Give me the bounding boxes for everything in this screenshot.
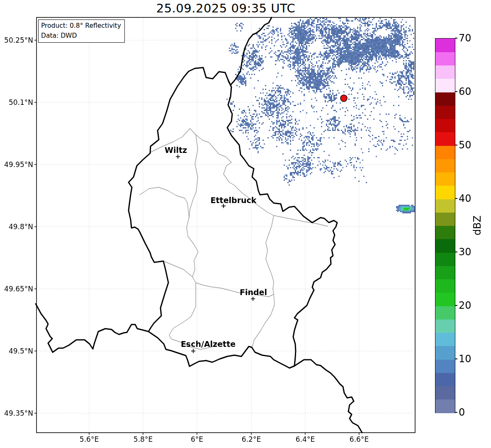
colorbar-segment xyxy=(435,293,455,306)
y-tick-label: 50.1°N xyxy=(2,98,33,107)
colorbar-segment xyxy=(435,333,455,346)
city-label-eschalzette: Esch/Alzette xyxy=(175,339,241,349)
colorbar-segment xyxy=(435,65,455,79)
colorbar-tick-label: 20 xyxy=(459,299,472,312)
x-tick-label: 6°E xyxy=(180,435,214,443)
colorbar-segment xyxy=(435,279,455,293)
colorbar-segment xyxy=(435,400,455,413)
colorbar-segment xyxy=(435,172,455,186)
y-tick-label: 49.8°N xyxy=(2,223,33,231)
colorbar-tick-label: 10 xyxy=(459,353,472,365)
colorbar-segment xyxy=(435,373,455,386)
colorbar-segment xyxy=(435,79,455,92)
neighbor-country-border xyxy=(294,360,362,433)
y-tick-label: 49.95°N xyxy=(2,160,33,169)
colorbar-tick xyxy=(455,91,457,92)
colorbar-segment xyxy=(435,266,455,279)
y-tick-label: 49.65°N xyxy=(2,285,33,293)
colorbar-segment xyxy=(435,199,455,213)
product-info-box: Product: 0.8° Reflectivity Data: DWD xyxy=(38,19,125,43)
radar-site-dot xyxy=(340,95,347,102)
x-tick-label: 5.8°E xyxy=(126,435,160,443)
colorbar-tick-label: 30 xyxy=(459,246,472,258)
city-marker xyxy=(176,155,180,159)
colorbar-segment xyxy=(435,346,455,360)
colorbar-segment xyxy=(435,119,455,133)
colorbar-tick xyxy=(455,198,457,199)
district-border xyxy=(266,216,274,294)
colorbar-tick-label: 60 xyxy=(459,85,472,98)
city-marker xyxy=(191,349,195,353)
colorbar-segment xyxy=(435,252,455,266)
district-border xyxy=(140,187,189,218)
colorbar-tick xyxy=(455,145,457,145)
colorbar-segment xyxy=(435,386,455,400)
product-info-line1: Product: 0.8° Reflectivity xyxy=(41,21,121,31)
map-area xyxy=(0,0,491,448)
city-marker xyxy=(251,297,255,301)
city-label-wiltz: Wiltz xyxy=(143,145,209,155)
colorbar-tick xyxy=(455,412,457,413)
colorbar-segment xyxy=(435,105,455,119)
product-info-line2: Data: DWD xyxy=(41,31,121,41)
city-label-ettelbruck: Ettelbruck xyxy=(200,196,267,205)
colorbar-segment xyxy=(435,39,455,52)
colorbar-tick-label: 70 xyxy=(459,32,472,44)
y-tick-label: 50.25°N xyxy=(2,36,33,44)
district-border xyxy=(187,218,274,297)
colorbar-tick xyxy=(455,305,457,306)
colorbar-segment xyxy=(435,186,455,199)
colorbar-segment xyxy=(435,145,455,159)
colorbar-tick-label: 40 xyxy=(459,192,472,205)
district-border xyxy=(252,294,275,347)
y-tick-label: 49.35°N xyxy=(2,409,33,417)
colorbar-segment xyxy=(435,226,455,240)
luxembourg-border xyxy=(129,68,337,368)
x-tick-label: 5.6°E xyxy=(73,435,106,443)
colorbar-segment xyxy=(435,359,455,373)
colorbar-tick xyxy=(455,252,457,252)
borders-layer xyxy=(0,0,491,448)
colorbar-segment xyxy=(435,319,455,333)
district-border xyxy=(224,162,231,174)
colorbar-segment xyxy=(435,92,455,106)
district-border xyxy=(163,261,192,277)
colorbar-unit-label: dBZ xyxy=(471,219,484,232)
city-label-findel: Findel xyxy=(220,288,287,297)
colorbar-segment xyxy=(435,132,455,146)
colorbar-tick xyxy=(455,38,457,39)
colorbar-segment xyxy=(435,159,455,172)
colorbar-segment xyxy=(435,306,455,320)
neighbor-country-border xyxy=(36,304,148,352)
plot-frame xyxy=(36,17,415,433)
x-tick-label: 6.4°E xyxy=(289,435,322,443)
colorbar xyxy=(435,38,455,413)
x-tick-label: 6.2°E xyxy=(235,435,268,443)
radar-map-page: { "title": "25.09.2025 09:35 UTC", "info… xyxy=(0,0,491,448)
colorbar-tick xyxy=(455,358,457,359)
colorbar-segment xyxy=(435,239,455,253)
neighbor-country-border xyxy=(228,17,272,85)
colorbar-tick-label: 50 xyxy=(459,139,472,151)
colorbar-segment xyxy=(435,52,455,65)
colorbar-tick-label: 0 xyxy=(459,406,465,419)
colorbar-segment xyxy=(435,212,455,226)
x-tick-label: 6.6°E xyxy=(343,435,376,443)
y-tick-label: 49.5°N xyxy=(2,347,33,355)
